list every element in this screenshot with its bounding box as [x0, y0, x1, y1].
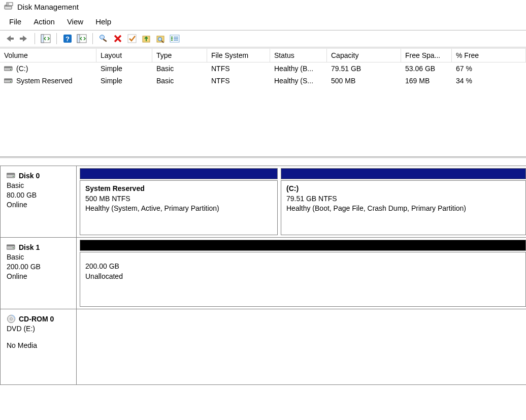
delete-button[interactable] — [111, 32, 124, 45]
cell-pct: 67 % — [452, 62, 526, 75]
titlebar: Disk Management — [0, 0, 526, 14]
cell-volume: System Reserved — [16, 77, 72, 85]
disk-partitions — [77, 309, 526, 384]
svg-rect-29 — [4, 79, 12, 80]
col-free[interactable]: Free Spa... — [401, 49, 452, 62]
partition-size: 500 MB NTFS — [85, 194, 272, 204]
cell-capacity: 79.51 GB — [327, 62, 401, 75]
disk-graphical-pane: Disk 0 Basic 80.00 GB Online System Rese… — [0, 157, 526, 385]
disk-type: Basic — [7, 181, 71, 190]
action-up2-button[interactable] — [154, 32, 167, 45]
svg-rect-6 — [41, 35, 44, 43]
col-volume[interactable]: Volume — [0, 49, 96, 62]
svg-rect-13 — [128, 35, 136, 43]
svg-rect-26 — [4, 67, 12, 68]
svg-point-30 — [10, 81, 11, 82]
col-fs[interactable]: File System — [207, 49, 270, 62]
svg-rect-4 — [7, 5, 9, 5]
disk-label-cell[interactable]: CD-ROM 0 DVD (E:) No Media — [1, 309, 77, 384]
svg-point-16 — [158, 38, 162, 41]
disk-row: CD-ROM 0 DVD (E:) No Media — [0, 309, 526, 385]
cell-status: Healthy (B... — [270, 62, 327, 75]
partition-color-strip — [80, 240, 526, 251]
list-mode-button[interactable] — [168, 32, 181, 45]
volume-list: Volume Layout Type File System Status Ca… — [0, 48, 526, 157]
col-capacity[interactable]: Capacity — [327, 49, 401, 62]
cell-type: Basic — [152, 75, 207, 87]
cell-type: Basic — [152, 62, 207, 75]
toolbar-separator — [56, 33, 57, 44]
disk-icon — [7, 172, 16, 179]
action-up1-button[interactable] — [140, 32, 153, 45]
toolbar-separator — [35, 33, 35, 44]
svg-rect-32 — [7, 173, 15, 175]
partition-name: System Reserved — [85, 184, 272, 194]
cell-fs: NTFS — [207, 62, 270, 75]
cell-capacity: 500 MB — [327, 75, 401, 87]
app-icon — [4, 2, 13, 11]
disk-size: 200.00 GB — [7, 262, 71, 272]
menu-file[interactable]: File — [3, 15, 27, 28]
window-title: Disk Management — [17, 3, 79, 11]
disk-type: Basic — [7, 252, 71, 262]
svg-point-11 — [100, 35, 105, 39]
volume-icon — [4, 66, 13, 72]
partition-status: Unallocated — [85, 272, 520, 282]
disk-status: Online — [7, 272, 71, 281]
cell-layout: Simple — [96, 75, 152, 87]
disk-title: Disk 0 — [19, 171, 40, 181]
col-pct[interactable]: % Free — [452, 49, 526, 62]
toolbar-separator — [92, 33, 93, 44]
menu-help[interactable]: Help — [89, 15, 117, 28]
svg-point-27 — [10, 69, 11, 70]
partition-name: (C:) — [286, 184, 520, 194]
cell-free: 169 MB — [401, 75, 452, 87]
disk-status: No Media — [7, 341, 71, 350]
cell-status: Healthy (S... — [270, 75, 327, 87]
disk-row: Disk 1 Basic 200.00 GB Online 200.00 GB … — [0, 238, 526, 309]
partition-status: Healthy (System, Active, Primary Partiti… — [85, 204, 272, 214]
svg-point-33 — [13, 176, 14, 177]
table-row[interactable]: System Reserved Simple Basic NTFS Health… — [0, 75, 526, 87]
toolbar: ? — [0, 30, 526, 48]
svg-rect-3 — [7, 4, 9, 4]
back-button[interactable] — [3, 32, 16, 45]
disk-icon — [7, 244, 16, 251]
help-button[interactable]: ? — [61, 32, 74, 45]
svg-rect-12 — [103, 39, 107, 42]
partition-box[interactable]: System Reserved 500 MB NTFS Healthy (Sys… — [80, 180, 278, 235]
svg-point-36 — [13, 247, 14, 248]
forward-button[interactable] — [17, 32, 30, 45]
apply-button[interactable] — [125, 32, 139, 45]
cell-volume: (C:) — [16, 64, 28, 73]
disk-label-cell[interactable]: Disk 1 Basic 200.00 GB Online — [1, 238, 77, 309]
disk-row: Disk 0 Basic 80.00 GB Online System Rese… — [0, 166, 526, 238]
cell-fs: NTFS — [207, 75, 270, 87]
svg-text:?: ? — [65, 35, 70, 43]
partition-status: Healthy (Boot, Page File, Crash Dump, Pr… — [286, 204, 520, 214]
partition-size: 200.00 GB — [85, 262, 520, 272]
menu-view[interactable]: View — [61, 15, 89, 28]
partition-box[interactable]: (C:) 79.51 GB NTFS Healthy (Boot, Page F… — [281, 180, 526, 235]
properties-button[interactable] — [97, 32, 110, 45]
disk-label-cell[interactable]: Disk 0 Basic 80.00 GB Online — [1, 166, 77, 237]
svg-rect-35 — [7, 245, 15, 246]
menu-action[interactable]: Action — [27, 15, 61, 28]
disk-partitions: System Reserved 500 MB NTFS Healthy (Sys… — [77, 166, 526, 237]
disk-partitions: 200.00 GB Unallocated — [77, 238, 526, 309]
cell-pct: 34 % — [452, 75, 526, 87]
partition-size: 79.51 GB NTFS — [286, 194, 520, 204]
table-row[interactable]: (C:) Simple Basic NTFS Healthy (B... 79.… — [0, 62, 526, 75]
disk-size: 80.00 GB — [7, 190, 71, 200]
col-status[interactable]: Status — [270, 49, 327, 62]
partition-box[interactable]: 200.00 GB Unallocated — [80, 252, 526, 307]
disk-type: DVD (E:) — [7, 324, 71, 334]
cdrom-icon — [7, 314, 16, 324]
refresh-button[interactable] — [75, 32, 88, 45]
col-layout[interactable]: Layout — [96, 49, 152, 62]
col-type[interactable]: Type — [152, 49, 207, 62]
show-hide-console-button[interactable] — [39, 32, 52, 45]
partition-color-strip — [80, 168, 278, 179]
disk-title: CD-ROM 0 — [19, 314, 54, 324]
cell-layout: Simple — [96, 62, 152, 75]
